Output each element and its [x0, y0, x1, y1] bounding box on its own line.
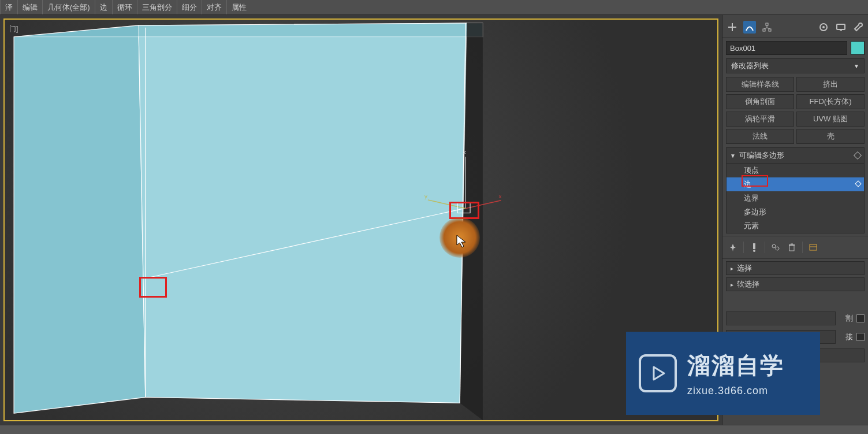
- svg-rect-26: [840, 29, 842, 31]
- svg-text:x: x: [499, 193, 502, 199]
- divider: [765, 242, 765, 253]
- menu-item-subdivide[interactable]: 细分: [177, 0, 202, 14]
- mod-button-bevel[interactable]: 倒角剖面: [726, 94, 794, 109]
- watermark-title: 溜溜自学: [687, 350, 784, 381]
- modifier-list-dropdown[interactable]: 修改器列表 ▼: [726, 58, 865, 73]
- svg-marker-0: [14, 25, 146, 413]
- show-end-result-icon[interactable]: [747, 241, 761, 254]
- mod-button-uvwmap[interactable]: UVW 贴图: [796, 112, 865, 127]
- triangle-down-icon: ▼: [730, 153, 736, 159]
- motion-tab-icon[interactable]: [817, 21, 830, 34]
- watermark-overlay: 溜溜自学 zixue.3d66.com: [626, 332, 820, 415]
- svg-rect-18: [763, 29, 765, 31]
- mod-button-extrude[interactable]: 挤出: [796, 77, 865, 92]
- play-logo-icon: [639, 354, 677, 392]
- rollout-label: 选择: [737, 263, 864, 273]
- command-panel-tabs: [722, 15, 868, 38]
- status-bar: [0, 425, 868, 434]
- lower-button-1[interactable]: [726, 311, 836, 325]
- menu-item-ze[interactable]: 泽: [0, 0, 17, 14]
- svg-marker-36: [654, 367, 664, 380]
- divider: [802, 242, 803, 253]
- svg-rect-31: [789, 245, 794, 251]
- rollout-label: 软选择: [737, 279, 864, 290]
- menu-item-triangulate[interactable]: 三角剖分: [137, 0, 177, 14]
- menu-item-edge[interactable]: 边: [95, 0, 112, 14]
- mod-button-normal[interactable]: 法线: [726, 129, 794, 144]
- modifier-stack: ▼ 可编辑多边形 顶点 边 边界 多边形 元素: [726, 147, 865, 233]
- menu-item-geometry[interactable]: 几何体(全部): [42, 0, 95, 14]
- mod-button-edit-spline[interactable]: 编辑样条线: [726, 77, 794, 92]
- svg-marker-1: [139, 23, 467, 403]
- display-tab-icon[interactable]: [835, 21, 847, 34]
- modifier-quick-buttons: 编辑样条线 挤出 倒角剖面 FFD(长方体) 涡轮平滑 UVW 贴图 法线 壳: [722, 77, 868, 147]
- rollout-selection[interactable]: ▸ 选择: [726, 261, 865, 275]
- object-name-input[interactable]: [726, 41, 847, 55]
- svg-rect-25: [837, 24, 845, 29]
- menu-item-loop[interactable]: 循环: [112, 0, 137, 14]
- modifier-stack-header[interactable]: ▼ 可编辑多边形: [727, 148, 864, 164]
- trash-icon[interactable]: [785, 241, 799, 254]
- chevron-right-icon: ▸: [727, 265, 737, 272]
- svg-rect-34: [810, 244, 817, 250]
- svg-rect-27: [753, 243, 755, 249]
- pin-icon[interactable]: [726, 241, 740, 254]
- diamond-icon: [854, 151, 862, 159]
- svg-rect-17: [766, 23, 768, 25]
- viewport-geometry: z x y: [5, 20, 717, 420]
- cursor-highlight: [439, 217, 480, 258]
- menu-item-align[interactable]: 对齐: [202, 0, 226, 14]
- svg-point-30: [776, 247, 779, 250]
- create-tab-icon[interactable]: [726, 21, 739, 34]
- lower-checkbox-2[interactable]: [856, 333, 865, 341]
- chevron-right-icon: ▸: [727, 281, 737, 288]
- modifier-stack-title: 可编辑多边形: [739, 150, 855, 161]
- svg-point-24: [822, 26, 825, 28]
- configure-icon[interactable]: [806, 241, 820, 254]
- object-color-swatch[interactable]: [851, 41, 865, 55]
- mod-button-shell[interactable]: 壳: [796, 129, 865, 144]
- rollout-soft-selection[interactable]: ▸ 软选择: [726, 277, 865, 291]
- divider: [743, 242, 744, 253]
- watermark-url: zixue.3d66.com: [687, 385, 784, 397]
- menu-bar: 泽 编辑 几何体(全部) 边 循环 三角剖分 细分 对齐 属性: [0, 0, 868, 15]
- hierarchy-tab-icon[interactable]: [761, 21, 773, 34]
- svg-text:z: z: [463, 149, 466, 155]
- highlight-marker: [139, 277, 167, 298]
- diamond-icon: [855, 180, 861, 187]
- modify-tab-icon[interactable]: [743, 21, 756, 34]
- menu-item-edit[interactable]: 编辑: [17, 0, 42, 14]
- svg-rect-19: [769, 29, 771, 31]
- mod-button-turbosmooth[interactable]: 涡轮平滑: [726, 112, 794, 127]
- svg-marker-2: [14, 23, 483, 37]
- lower-checkbox-1[interactable]: [856, 314, 865, 322]
- chevron-down-icon: ▼: [854, 63, 859, 69]
- subobj-polygon[interactable]: 多边形: [727, 205, 864, 219]
- highlight-marker: [742, 175, 768, 187]
- subobj-element[interactable]: 元素: [727, 219, 864, 233]
- subobj-border[interactable]: 边界: [727, 191, 864, 205]
- utilities-tab-icon[interactable]: [852, 21, 865, 34]
- lower-label-2: 接: [839, 332, 853, 342]
- perspective-viewport[interactable]: 门] z: [3, 18, 718, 421]
- svg-point-28: [753, 250, 755, 252]
- menu-item-properties[interactable]: 属性: [226, 0, 251, 14]
- mod-button-ffd[interactable]: FFD(长方体): [796, 94, 865, 109]
- modifier-list-label: 修改器列表: [731, 61, 769, 71]
- modifier-stack-toolbar: [722, 236, 868, 259]
- svg-point-29: [772, 244, 776, 248]
- highlight-marker: [449, 202, 479, 219]
- make-unique-icon[interactable]: [769, 241, 783, 254]
- lower-label-1: 割: [839, 313, 853, 324]
- svg-text:y: y: [424, 193, 427, 199]
